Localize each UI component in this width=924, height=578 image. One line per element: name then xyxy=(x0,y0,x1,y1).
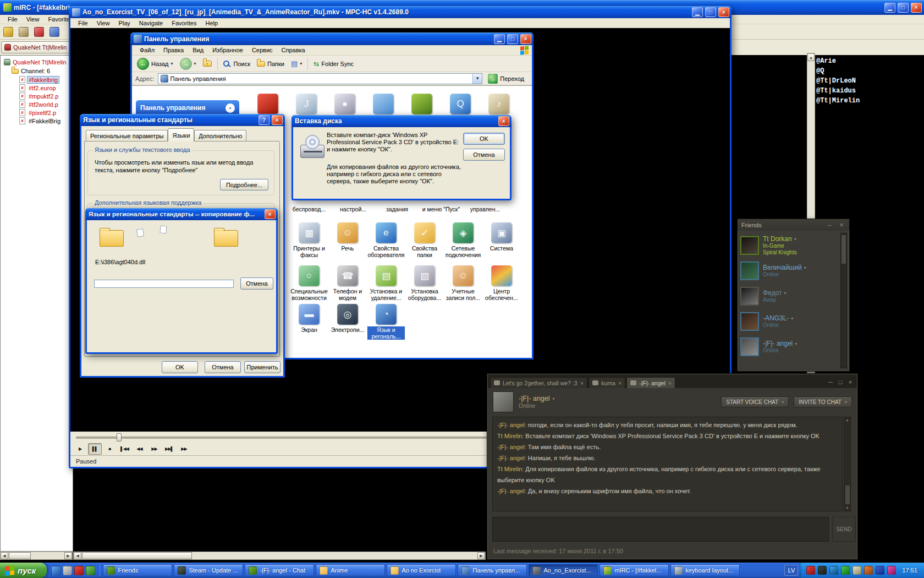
sidebar-channel-item[interactable]: # #tf2world.p xyxy=(1,100,73,108)
menu-item[interactable]: Избранное xyxy=(208,46,248,54)
control-panel-item[interactable]: e Свойства обозревателя xyxy=(367,222,405,258)
scrollbar-thumb[interactable] xyxy=(82,552,192,559)
control-panel-item-label[interactable]: настрой... xyxy=(331,206,375,212)
close-icon[interactable]: × xyxy=(846,379,855,385)
menu-item[interactable]: Help xyxy=(201,19,222,28)
skip-back-icon[interactable]: ▌◀◀ xyxy=(118,443,131,455)
rewind-icon[interactable]: ◀◀ xyxy=(133,443,146,455)
dialog-tab[interactable]: Дополнительно xyxy=(194,130,246,141)
dialog-titlebar[interactable]: Вставка диска × xyxy=(292,115,512,127)
chat-tab[interactable]: Let's go 2gether, shall we? :3 × xyxy=(490,377,587,388)
tray-volume-icon[interactable] xyxy=(853,566,861,575)
ie-quicklaunch-icon[interactable] xyxy=(51,566,61,575)
control-panel-item[interactable]: ▬ Экран xyxy=(290,304,328,340)
friend-row[interactable]: -ANG3L-▾ Online xyxy=(740,309,839,334)
nicklist-user[interactable]: @Tt|DrLeoN xyxy=(816,76,882,86)
menu-item[interactable]: Favorites xyxy=(167,19,201,28)
friend-row[interactable]: Tt Dorkan▾ In-Game Spiral Knights xyxy=(740,233,839,258)
friend-name[interactable]: Tt Dorkan▾ xyxy=(763,235,797,243)
sidebar-channel-item[interactable]: # #mpuktf2.p xyxy=(1,92,73,100)
opera-icon[interactable] xyxy=(74,566,84,575)
adobe-reader-icon[interactable] xyxy=(257,94,278,114)
scrollbar-thumb[interactable] xyxy=(842,235,846,264)
stop-icon[interactable]: ■ xyxy=(103,443,117,455)
skip-forward-icon[interactable]: ▶▶▌ xyxy=(162,443,176,455)
dialog-titlebar[interactable]: Язык и региональные стандарты -- копиров… xyxy=(85,208,278,220)
menu-item[interactable]: View xyxy=(22,15,44,24)
close-icon[interactable]: × xyxy=(838,221,845,229)
mirc-nicklist[interactable]: @Arie @Q @Tt|DrLeoN @Tt|kaidus @Tt|Mirel… xyxy=(816,56,882,106)
tray-misc-icon[interactable] xyxy=(887,566,896,575)
cloud-icon[interactable] xyxy=(373,94,394,114)
close-button[interactable]: × xyxy=(911,3,922,13)
options-icon[interactable] xyxy=(19,27,29,37)
nicklist-user[interactable]: @Arie xyxy=(816,56,882,66)
taskbar-button[interactable]: Ao_no_Exorcist... xyxy=(529,564,598,576)
control-panel-item[interactable]: ☺ Речь xyxy=(329,222,366,258)
dialog-titlebar[interactable]: Язык и региональные стандарты ? × xyxy=(80,114,285,126)
minimize-icon[interactable]: ─ xyxy=(826,379,835,385)
minimize-icon[interactable]: – xyxy=(826,221,833,229)
menu-item[interactable]: Справка xyxy=(277,46,310,54)
tree-server-item[interactable]: QuakeNet Tt|Mirelin xyxy=(1,58,73,67)
control-panel-item[interactable]: ◈ Сетевые подключения xyxy=(444,222,482,258)
friend-row[interactable]: -|F|- angel▾ Online xyxy=(740,334,839,359)
friend-name[interactable]: -|F|- angel▾ xyxy=(763,340,797,347)
taskbar-button[interactable]: Ao no Exorcist xyxy=(387,564,456,576)
channels-list-icon[interactable] xyxy=(50,27,59,37)
taskbar-button[interactable]: Steam - Update ... xyxy=(174,564,243,576)
nicklist-user[interactable]: @Tt|kaidus xyxy=(816,86,882,96)
tray-messenger-icon[interactable] xyxy=(864,566,873,575)
menu-item[interactable]: Файл xyxy=(135,46,159,54)
menu-item[interactable]: File xyxy=(3,15,22,24)
tab-close-icon[interactable]: × xyxy=(668,380,672,386)
tree-horizontal-scrollbar[interactable]: ◀ ▶ xyxy=(0,552,73,560)
go-button[interactable]: →Переход xyxy=(486,73,529,84)
step-icon[interactable]: ▶▶ xyxy=(177,443,191,455)
tab-close-icon[interactable]: × xyxy=(580,380,584,386)
control-panel-titlebar[interactable]: Панель управления ▁ □ × xyxy=(130,32,534,45)
close-button[interactable]: × xyxy=(718,7,729,17)
maximize-button[interactable]: □ xyxy=(705,7,716,17)
silver-sphere-icon[interactable]: ● xyxy=(334,94,355,114)
tree-folder-item[interactable]: Channel: 6 xyxy=(1,67,73,75)
scroll-right-icon[interactable]: ▶ xyxy=(64,552,72,559)
switchbar-channel-button[interactable]: QuakeNet Tt|Mirelin xyxy=(1,41,72,53)
mirc-treeview[interactable]: QuakeNet Tt|Mirelin Channel: 6 # #fakkel… xyxy=(0,55,73,552)
control-panel-item-label[interactable]: задания xyxy=(375,206,419,212)
scroll-left-icon[interactable]: ◀ xyxy=(1,552,8,559)
chat-message-area[interactable]: -|F|- angel: погоди, если он какой-то фа… xyxy=(492,417,843,511)
invite-to-chat-button[interactable]: INVITE TO CHAT▾ xyxy=(794,396,852,407)
sidebar-channel-item[interactable]: # #tf2.europ xyxy=(1,84,73,92)
taskbar-button[interactable]: Панель управл... xyxy=(458,564,527,576)
minimize-button[interactable]: ▁ xyxy=(692,7,703,17)
menu-item[interactable]: Navigate xyxy=(135,19,167,28)
control-panel-item[interactable]: Центр обеспечен... xyxy=(483,265,520,301)
sidebar-channel-item[interactable]: # #pixeltf2.p xyxy=(1,108,73,117)
control-panel-item-label[interactable]: беспровод... xyxy=(287,206,331,212)
sidebar-channel-item[interactable]: # #FakkelBrig xyxy=(1,117,73,125)
taskbar-button[interactable]: mIRC - [#fakkel... xyxy=(600,564,669,576)
nicklist-user[interactable]: @Tt|Mirelin xyxy=(816,96,882,106)
tray-steam-icon[interactable] xyxy=(818,566,827,575)
friend-row[interactable]: Величайший▾ Online xyxy=(740,258,839,283)
send-button[interactable]: SEND xyxy=(832,517,856,542)
close-button[interactable]: × xyxy=(272,115,283,125)
control-panel-item[interactable]: ✓ Свойства папки xyxy=(406,222,443,258)
audio-icon[interactable]: ♪ xyxy=(488,94,509,114)
control-panel-item[interactable]: ☺ Учетные записи пол... xyxy=(444,265,482,301)
ok-button[interactable]: OK xyxy=(463,133,505,145)
friend-row[interactable]: Федот▾ Away xyxy=(740,283,839,309)
tray-update-icon[interactable] xyxy=(841,566,850,575)
friend-name[interactable]: Величайший▾ xyxy=(763,264,806,271)
media-player-icon[interactable] xyxy=(86,566,95,575)
friend-name[interactable]: -ANG3L-▾ xyxy=(763,314,793,322)
nicklist-user[interactable]: @Q xyxy=(816,66,882,76)
java-icon[interactable]: J xyxy=(296,94,317,114)
quicktime-icon[interactable]: Q xyxy=(450,94,471,114)
control-panel-item-label[interactable]: управлен... xyxy=(463,206,507,212)
chevron-up-icon[interactable]: « xyxy=(226,103,235,113)
scroll-right-icon[interactable]: ▶ xyxy=(477,552,485,559)
mpc-titlebar[interactable]: Ao_no_Exorcist_TV_[06_of_12]_[ru_jp]_[An… xyxy=(69,6,732,18)
chat-tab[interactable]: kuma × xyxy=(588,377,625,388)
